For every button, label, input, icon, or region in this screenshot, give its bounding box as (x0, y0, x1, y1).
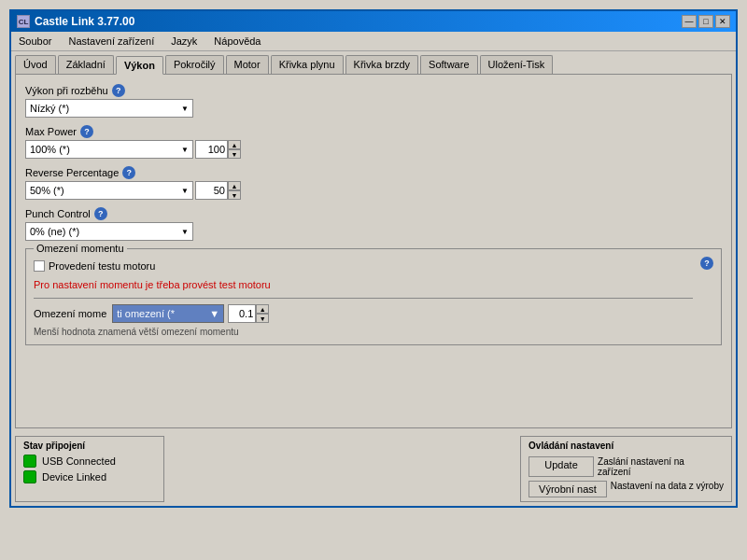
tab-krivka-plynu[interactable]: Křivka plynu (271, 55, 344, 74)
status-left: Stav připojení USB Connected Device Link… (15, 436, 164, 502)
maxpower-down-btn[interactable]: ▼ (228, 149, 241, 159)
vyrobni-desc: Nastavení na data z výroby (611, 481, 724, 497)
maxpower-label: Max Power (25, 126, 77, 137)
maxpower-field-row: 100% (*) ▼ ▲ ▼ (25, 140, 722, 159)
menu-napoveda[interactable]: Nápověda (210, 34, 264, 49)
device-led (23, 470, 36, 483)
main-window: CL Castle Link 3.77.00 — □ ✕ Soubor Nast… (9, 9, 738, 508)
tab-software[interactable]: Software (420, 55, 477, 74)
divider (34, 298, 693, 299)
status-right: Ovládání nastavení Update Zaslání nastav… (520, 436, 732, 502)
maxpower-group: Max Power ? 100% (*) ▼ ▲ ▼ (25, 125, 722, 159)
usb-status: USB Connected (23, 455, 156, 468)
reverse-help-icon[interactable]: ? (122, 166, 135, 179)
title-bar-left: CL Castle Link 3.77.00 (17, 15, 134, 28)
update-desc: Zaslání nastavení na zařízení (598, 456, 719, 477)
reverse-dropdown[interactable]: 50% (*) ▼ (25, 181, 193, 200)
usb-led (23, 455, 36, 468)
update-row: Update Zaslání nastavení na zařízení (529, 456, 724, 477)
punch-help-icon[interactable]: ? (94, 207, 107, 220)
omezeni-dropdown-arrow: ▼ (209, 308, 219, 319)
omezeni-help-icon[interactable]: ? (700, 257, 713, 270)
omezeni-spinner-btns: ▲ ▼ (256, 304, 269, 323)
maxpower-up-btn[interactable]: ▲ (228, 140, 241, 149)
vykon-label: Výkon při rozběhu (25, 85, 108, 96)
punch-dropdown[interactable]: 0% (ne) (*) ▼ (25, 222, 193, 241)
omezeni-help-area: ? (700, 257, 713, 270)
omezeni-field-row: Omezení mome ti omezení (* ▼ ▲ ▼ (34, 304, 693, 323)
maxpower-label-row: Max Power ? (25, 125, 722, 138)
maxpower-spinner: ▲ ▼ (195, 140, 241, 159)
tab-krivka-brzdy[interactable]: Křivka brzdy (345, 55, 419, 74)
checkbox-row: Provedení testu motoru (34, 260, 693, 272)
maxpower-help-icon[interactable]: ? (80, 125, 93, 138)
maxpower-dropdown[interactable]: 100% (*) ▼ (25, 140, 193, 159)
app-icon: CL (17, 15, 30, 28)
omezeni-box: Omezení momentu Provedení testu motoru P… (25, 248, 722, 345)
omezeni-hint: Menší hodnota znamená větší omezení mome… (34, 327, 693, 337)
close-button[interactable]: ✕ (715, 15, 730, 28)
maxpower-input[interactable] (195, 140, 228, 159)
punch-dropdown-arrow: ▼ (181, 228, 189, 236)
status-right-title: Ovládání nastavení (529, 441, 724, 451)
reverse-label: Reverse Percentage (25, 167, 119, 178)
checkbox-label: Provedení testu motoru (49, 260, 155, 272)
omezeni-content: Provedení testu motoru Pro nastavení mom… (34, 257, 693, 337)
punch-field-row: 0% (ne) (*) ▼ (25, 222, 722, 241)
reverse-input[interactable] (195, 181, 228, 200)
vyrobni-button[interactable]: Výrobní nast (529, 481, 607, 497)
test-motoru-checkbox[interactable] (34, 260, 45, 272)
window-title: Castle Link 3.77.00 (35, 15, 134, 28)
tabs-row: Úvod Základní Výkon Pokročilý Motor Křiv… (11, 51, 736, 74)
omezeni-spinner: ▲ ▼ (228, 304, 269, 323)
reverse-up-btn[interactable]: ▲ (228, 181, 241, 190)
tab-pokrocily[interactable]: Pokročilý (165, 55, 224, 74)
punch-group: Punch Control ? 0% (ne) (*) ▼ (25, 207, 722, 241)
vykon-help-icon[interactable]: ? (112, 84, 125, 97)
tab-uvod[interactable]: Úvod (15, 55, 56, 74)
omezeni-dropdown[interactable]: ti omezení (* ▼ (112, 304, 224, 323)
content-area: PROFI.cz Výkon při rozběhu ? Nízký (*) ▼… (15, 74, 732, 428)
omezeni-title: Omezení momentu (34, 243, 127, 254)
restore-button[interactable]: □ (698, 15, 713, 28)
maxpower-spinner-btns: ▲ ▼ (228, 140, 241, 159)
tab-ulozeni-tisk[interactable]: Uložení-Tisk (480, 55, 554, 74)
tab-vykon[interactable]: Výkon (116, 56, 163, 75)
omezeni-input[interactable] (228, 304, 256, 323)
vykon-label-row: Výkon při rozběhu ? (25, 84, 722, 97)
title-buttons: — □ ✕ (682, 15, 730, 28)
tab-motor[interactable]: Motor (226, 55, 269, 74)
reverse-group: Reverse Percentage ? 50% (*) ▼ ▲ ▼ (25, 166, 722, 200)
vykon-field-row: Nízký (*) ▼ (25, 99, 722, 118)
device-status: Device Linked (23, 470, 156, 483)
punch-label-row: Punch Control ? (25, 207, 722, 220)
tab-zakladni[interactable]: Základní (58, 55, 114, 74)
vyrobni-row: Výrobní nast Nastavení na data z výroby (529, 481, 724, 497)
menu-nastaveni[interactable]: Nastavení zařízení (64, 34, 158, 49)
menubar: Soubor Nastavení zařízení Jazyk Nápověda (11, 32, 736, 51)
reverse-field-row: 50% (*) ▼ ▲ ▼ (25, 181, 722, 200)
punch-label: Punch Control (25, 208, 91, 219)
status-left-title: Stav připojení (23, 441, 156, 451)
title-bar: CL Castle Link 3.77.00 — □ ✕ (11, 11, 736, 32)
vykon-dropdown-arrow: ▼ (181, 105, 189, 113)
reverse-dropdown-arrow: ▼ (181, 187, 189, 195)
vykon-group: Výkon při rozběhu ? Nízký (*) ▼ (25, 84, 722, 118)
reverse-label-row: Reverse Percentage ? (25, 166, 722, 179)
device-label: Device Linked (42, 471, 106, 483)
status-bar: Stav připojení USB Connected Device Link… (11, 432, 736, 506)
menu-jazyk[interactable]: Jazyk (167, 34, 201, 49)
maxpower-dropdown-arrow: ▼ (181, 146, 189, 154)
minimize-button[interactable]: — (682, 15, 697, 28)
omezeni-field-label: Omezení mome (34, 308, 106, 319)
vykon-dropdown[interactable]: Nízký (*) ▼ (25, 99, 193, 118)
menu-soubor[interactable]: Soubor (15, 34, 55, 49)
reverse-spinner: ▲ ▼ (195, 181, 241, 200)
warning-text: Pro nastavení momentu je třeba provést t… (34, 279, 693, 290)
reverse-spinner-btns: ▲ ▼ (228, 181, 241, 200)
omezeni-down-btn[interactable]: ▼ (256, 314, 269, 323)
update-button[interactable]: Update (529, 456, 594, 477)
reverse-down-btn[interactable]: ▼ (228, 190, 241, 200)
omezeni-up-btn[interactable]: ▲ (256, 304, 269, 314)
usb-label: USB Connected (42, 455, 116, 467)
